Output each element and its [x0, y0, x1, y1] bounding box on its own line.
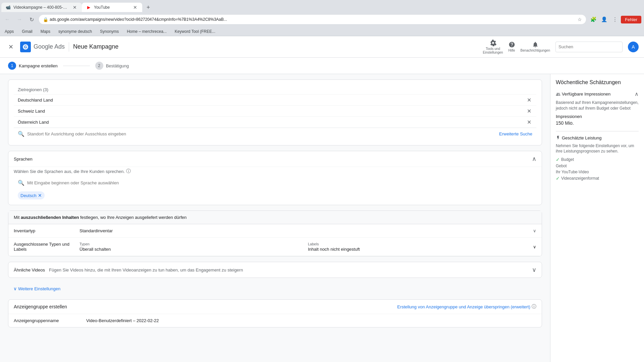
url-bar[interactable]: 🔒 ads.google.com/aw/campaigns/new/video?… [39, 15, 586, 24]
bookmark-gmail-label: Gmail [22, 29, 32, 34]
step-2-number: 2 [95, 62, 103, 70]
extensions-button[interactable]: 🧩 [589, 15, 598, 24]
bookmark-gmail[interactable]: Gmail [20, 28, 34, 35]
svg-text:G: G [24, 45, 27, 49]
location-search-bar: 🔍 Erweiterte Suche [14, 128, 536, 140]
ausgeschlossene-row: Ausgeschlossene Typen und Labels Typen Ü… [8, 238, 542, 256]
ads-header: ✕ G Google Ads Neue Kampagne Tools und E… [0, 36, 644, 58]
tools-settings-button[interactable]: Tools und Einstellungen [483, 40, 503, 54]
forward-button[interactable]: → [15, 15, 24, 24]
ausgeschlossene-chevron-icon[interactable]: ∨ [533, 244, 536, 249]
content-exclusion-section: Mit auszuschließenden Inhalten festlegen… [8, 210, 542, 256]
inventartyp-row: Inventartyp Standardinventar ∨ [8, 224, 542, 238]
fehler-button[interactable]: Fehler [621, 16, 641, 23]
inventartyp-content: Standardinventar ∨ [79, 228, 536, 233]
step-2-label: Bestätigung [106, 63, 129, 68]
header-search-input[interactable] [555, 42, 623, 52]
avatar[interactable]: A [628, 42, 639, 52]
step-1: 1 Kampagne erstellen [8, 62, 58, 70]
menu-button[interactable]: ⋮ [610, 15, 620, 24]
checklist-youtube-label: Ihr YouTube-Video [556, 170, 589, 174]
skip-info-icon[interactable]: ⓘ [532, 304, 536, 310]
header-right: Tools und Einstellungen Hilfe Benachrich… [483, 40, 639, 54]
help-button[interactable]: Hilfe [508, 41, 515, 52]
bookmark-maps-label: Maps [41, 29, 50, 34]
step-1-number: 1 [8, 62, 16, 70]
checklist-budget-label: Budget [561, 157, 574, 162]
tools-label: Tools und Einstellungen [483, 47, 503, 54]
bookmark-synonyms[interactable]: Synonyms [98, 28, 121, 35]
inventartyp-dropdown[interactable]: Standardinventar ∨ [79, 228, 536, 233]
labels-content: Labels Inhalt noch nicht eingestuft [308, 242, 360, 252]
similar-videos-chevron[interactable]: ∨ [532, 266, 536, 274]
bookmark-keyword[interactable]: Keyword Tool (FREE... [173, 28, 217, 35]
app-container: ✕ G Google Ads Neue Kampagne Tools und E… [0, 36, 644, 362]
weitere-einstellungen-label: Weitere Einstellungen [18, 286, 60, 291]
tab-videokampagne[interactable]: 📹 Videokampagne – 400-805-6921 ✕ [1, 3, 82, 12]
back-button[interactable]: ← [3, 15, 12, 24]
bookmark-icon[interactable]: ☆ [578, 17, 582, 22]
check-videoformat-icon: ✓ [556, 176, 560, 181]
language-search-input[interactable] [27, 180, 532, 185]
weitere-einstellungen-link[interactable]: ∨ Weitere Einstellungen [8, 283, 542, 294]
reload-button[interactable]: ↻ [27, 15, 36, 24]
bookmark-home[interactable]: Home – merchrесеа... [125, 28, 169, 35]
languages-chevron[interactable]: ∧ [532, 155, 536, 163]
notifications-icon [532, 41, 539, 48]
inventartyp-label: Inventartyp [14, 228, 74, 233]
new-tab-button[interactable]: + [144, 3, 153, 12]
anzeigengruppe-section: Anzeigengruppe erstellen Erstellung von … [8, 299, 542, 327]
similar-videos-label: Ähnliche Videos [14, 267, 45, 273]
bookmark-home-label: Home – merchrесеа... [127, 29, 167, 34]
similar-videos-description: Fügen Sie Videos hinzu, die mit Ihren Vi… [49, 267, 532, 273]
impressionen-title: Verfügbare Impressionen [556, 92, 610, 97]
lightning-icon [556, 135, 560, 140]
leistung-title: Geschätzte Leistung [556, 135, 639, 140]
typen-subsection: Typen Überall schalten [79, 242, 308, 252]
remove-location-2[interactable]: ✕ [526, 119, 532, 125]
remove-location-0[interactable]: ✕ [526, 97, 532, 103]
tab-favicon-1: 📹 [5, 5, 11, 10]
tab-close-1[interactable]: ✕ [72, 4, 78, 10]
bookmark-apps[interactable]: Apps [3, 28, 16, 35]
remove-location-1[interactable]: ✕ [526, 108, 532, 114]
bookmark-maps[interactable]: Maps [39, 28, 52, 35]
leistung-checklist: ✓ Budget Gebot Ihr YouTube-Video ✓ Video… [556, 157, 639, 181]
check-budget-icon: ✓ [556, 157, 560, 162]
languages-content: Wählen Sie die Sprachen aus, die Ihre Ku… [8, 167, 542, 205]
impressionen-chevron[interactable]: ∧ [635, 91, 639, 97]
checklist-item-budget: ✓ Budget [556, 157, 639, 162]
advanced-search-link[interactable]: Erweiterte Suche [499, 131, 532, 136]
notifications-button[interactable]: Benachrichtigungen [521, 41, 550, 52]
leistung-description: Nehmen Sie folgende Einstellungen vor, u… [556, 143, 639, 155]
tab-bar: 📹 Videokampagne – 400-805-6921 ✕ ▶ YouTu… [0, 0, 644, 12]
step-1-label: Kampagne erstellen [19, 63, 58, 68]
languages-title: Sprachen [14, 157, 33, 162]
leistung-title-text: Geschätzte Leistung [562, 135, 602, 140]
location-search-icon: 🔍 [18, 131, 24, 137]
language-chip-remove[interactable]: ✕ [38, 193, 42, 198]
similar-videos-row[interactable]: Ähnliche Videos Fügen Sie Videos hinzu, … [8, 262, 542, 278]
location-search-input[interactable] [27, 131, 496, 136]
languages-info-icon[interactable]: ⓘ [126, 168, 131, 174]
gruppenname-value: Video-Benutzerdefiniert – 2022-02-22 [86, 318, 159, 323]
tab-close-2[interactable]: ✕ [132, 4, 138, 10]
skip-anzeigengruppe-link[interactable]: Erstellung von Anzeigengruppe und Anzeig… [397, 304, 536, 310]
impressionen-metric-label: Impressionen [556, 114, 639, 119]
bookmark-synonyme[interactable]: synonyme deutsch [56, 28, 94, 35]
address-bar: ← → ↻ 🔒 ads.google.com/aw/campaigns/new/… [0, 12, 644, 27]
location-label-2: Österreich Land [18, 120, 49, 125]
impressionen-header: Verfügbare Impressionen ∧ [556, 91, 639, 97]
notifications-label: Benachrichtigungen [521, 49, 550, 52]
stepper: 1 Kampagne erstellen 2 Bestätigung [0, 58, 644, 74]
location-title: Zielregionen (3) [14, 85, 536, 95]
tab-title-2: YouTube [94, 5, 129, 10]
tab-youtube[interactable]: ▶ YouTube ✕ [82, 3, 142, 12]
sidebar-divider [556, 131, 639, 131]
anzeigengruppe-header: Anzeigengruppe erstellen Erstellung von … [8, 300, 542, 314]
exclusion-intro-suffix: festlegen, wo Ihre Anzeigen ausgeliefert… [79, 215, 186, 220]
profile-button[interactable]: 👤 [599, 15, 609, 24]
close-button[interactable]: ✕ [5, 42, 16, 52]
page-title: Neue Kampagne [73, 43, 118, 50]
language-chips: Deutsch ✕ [14, 189, 536, 202]
